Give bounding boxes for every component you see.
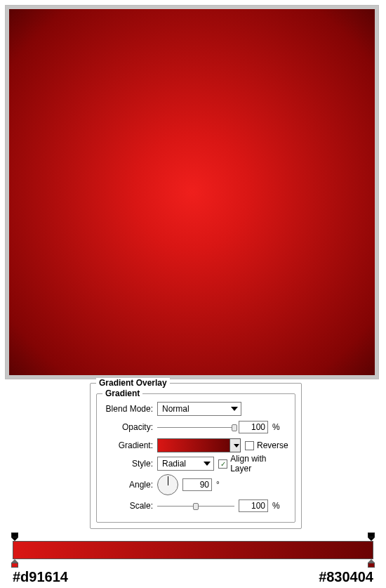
reverse-label: Reverse [257, 440, 288, 450]
gradient-overlay-group: Gradient Overlay Gradient Blend Mode: No… [90, 383, 302, 529]
style-value: Radial [162, 459, 186, 469]
canvas-frame [5, 5, 379, 379]
color-stop-handle[interactable] [367, 559, 375, 568]
scale-field[interactable]: 100 [239, 499, 268, 512]
gradient-swatch-dropdown[interactable] [157, 438, 241, 452]
scale-label: Scale: [102, 501, 157, 511]
chevron-down-icon [231, 407, 238, 411]
opacity-stop-handle[interactable] [11, 533, 19, 541]
angle-unit: ° [216, 480, 220, 490]
checkbox-icon [245, 441, 254, 450]
opacity-label: Opacity: [102, 422, 157, 432]
align-label: Align with Layer [230, 454, 289, 473]
gradient-preview [9, 9, 375, 375]
opacity-unit: % [272, 422, 280, 432]
blend-mode-label: Blend Mode: [102, 404, 157, 414]
opacity-field[interactable]: 100 [239, 421, 268, 433]
gradient-swatch-preview [158, 439, 229, 452]
checkbox-icon: ✓ [218, 459, 227, 469]
scale-slider[interactable] [157, 499, 234, 512]
style-label: Style: [102, 459, 157, 469]
color-stop-handle[interactable] [11, 559, 19, 568]
gradient-track[interactable] [13, 541, 373, 559]
gradient-label: Gradient: [102, 440, 157, 450]
chevron-down-icon [234, 444, 239, 447]
group-title: Gradient Overlay [96, 378, 170, 388]
inner-group-title: Gradient [102, 388, 142, 398]
angle-dial[interactable] [157, 474, 178, 495]
color-stop-hex-left: #d91614 [13, 569, 68, 585]
scale-unit: % [272, 501, 280, 511]
opacity-slider[interactable] [157, 421, 234, 433]
gradient-group: Gradient Blend Mode: Normal Opacity: [96, 393, 295, 523]
style-dropdown[interactable]: Radial [157, 457, 214, 471]
angle-field[interactable]: 90 [182, 478, 212, 491]
blend-mode-dropdown[interactable]: Normal [157, 402, 241, 416]
align-with-layer-checkbox[interactable]: ✓ Align with Layer [218, 454, 289, 473]
opacity-stop-handle[interactable] [367, 533, 375, 541]
color-stop-hex-right: #830404 [319, 569, 373, 585]
reverse-checkbox[interactable]: Reverse [245, 440, 288, 450]
angle-label: Angle: [102, 480, 157, 490]
gradient-editor: #d91614 #830404 [13, 533, 373, 585]
chevron-down-icon [204, 462, 211, 466]
dropdown-button[interactable] [229, 439, 240, 452]
blend-mode-value: Normal [162, 404, 189, 414]
